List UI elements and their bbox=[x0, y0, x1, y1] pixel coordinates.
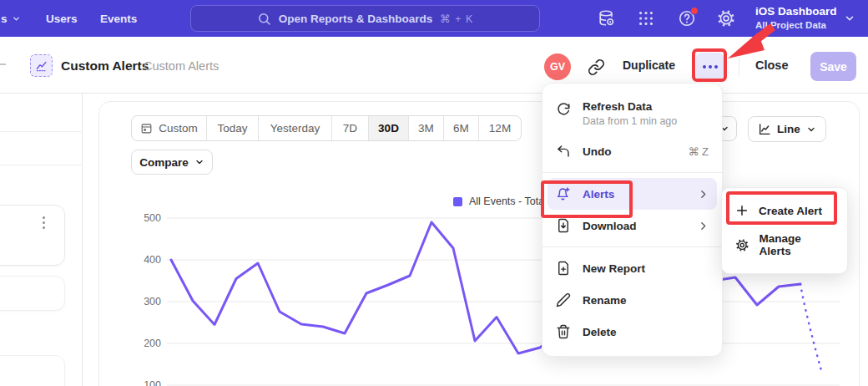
menu-item-download[interactable]: Download bbox=[542, 210, 722, 241]
kebab-menu-icon[interactable] bbox=[43, 216, 45, 229]
project-scope: All Project Data bbox=[755, 19, 837, 32]
date-range-6m[interactable]: 6M bbox=[444, 116, 479, 140]
date-range-12m[interactable]: 12M bbox=[479, 116, 521, 140]
report-header: Custom Alerts Custom Alerts GV Duplicate… bbox=[0, 37, 868, 94]
report-options-menu: Refresh Data Data from 1 min ago Undo ⌘ … bbox=[542, 83, 723, 357]
chevron-down-icon bbox=[194, 157, 204, 167]
chevron-right-icon bbox=[698, 221, 709, 231]
plus-icon bbox=[735, 204, 749, 217]
download-icon bbox=[556, 218, 571, 233]
date-range-7d[interactable]: 7D bbox=[332, 116, 369, 140]
project-switcher[interactable]: iOS Dashboard All Project Data bbox=[755, 4, 837, 32]
panel-divider bbox=[0, 165, 83, 165]
trash-icon bbox=[556, 324, 571, 339]
menu-item-new-report[interactable]: New Report bbox=[542, 252, 722, 284]
chevron-down-icon bbox=[806, 124, 816, 135]
duplicate-button[interactable]: Duplicate bbox=[623, 58, 675, 72]
nav-item-truncated[interactable]: s bbox=[1, 0, 21, 37]
help-icon[interactable] bbox=[678, 9, 696, 28]
global-search-input[interactable]: Open Reports & Dashboards ⌘ + K bbox=[190, 5, 540, 32]
collapsed-sidebar-hint bbox=[0, 63, 6, 65]
line-chart-icon bbox=[758, 123, 771, 136]
date-range-custom[interactable]: Custom bbox=[132, 116, 207, 140]
copy-link-icon[interactable] bbox=[588, 58, 605, 76]
breadcrumb: Custom Alerts bbox=[144, 59, 219, 73]
data-management-icon[interactable] bbox=[598, 9, 616, 28]
search-icon bbox=[257, 12, 271, 26]
header-divider bbox=[739, 57, 739, 77]
menu-item-delete[interactable]: Delete bbox=[542, 316, 722, 348]
search-placeholder: Open Reports & Dashboards bbox=[279, 13, 433, 25]
alerts-submenu: Create Alert Manage Alerts bbox=[721, 187, 848, 274]
menu-item-refresh-data[interactable]: Refresh Data Data from 1 min ago bbox=[542, 92, 722, 135]
undo-icon bbox=[556, 144, 571, 159]
gear-icon bbox=[735, 238, 749, 252]
submenu-item-manage-alerts[interactable]: Manage Alerts bbox=[722, 225, 847, 265]
submenu-item-create-alert[interactable]: Create Alert bbox=[722, 196, 847, 225]
refresh-freshness-text: Data from 1 min ago bbox=[583, 115, 709, 127]
menu-item-rename[interactable]: Rename bbox=[542, 284, 722, 316]
compare-button[interactable]: Compare bbox=[131, 150, 213, 175]
calendar-icon bbox=[140, 122, 153, 135]
chevron-down-icon[interactable] bbox=[844, 13, 855, 24]
report-type-icon bbox=[30, 54, 53, 77]
query-panel-strip bbox=[0, 94, 83, 386]
date-range-yesterday[interactable]: Yesterday bbox=[259, 116, 332, 140]
query-card[interactable] bbox=[0, 355, 65, 386]
apps-grid-icon[interactable] bbox=[637, 9, 655, 28]
dashboard-name: iOS Dashboard bbox=[755, 4, 837, 19]
refresh-icon bbox=[556, 102, 571, 117]
avatar[interactable]: GV bbox=[544, 53, 571, 80]
chart-legend: All Events - Total bbox=[453, 196, 547, 207]
alert-bell-icon bbox=[556, 186, 571, 201]
nav-item-users[interactable]: Users bbox=[46, 0, 78, 37]
panel-divider bbox=[0, 131, 83, 132]
page-title: Custom Alerts bbox=[61, 58, 149, 74]
settings-gear-icon[interactable] bbox=[717, 9, 735, 28]
chevron-right-icon bbox=[698, 189, 709, 200]
notification-dot bbox=[690, 7, 699, 15]
legend-swatch bbox=[453, 197, 462, 206]
date-range-today[interactable]: Today bbox=[207, 116, 259, 140]
search-shortcut: ⌘ + K bbox=[440, 13, 473, 25]
date-range-3m[interactable]: 3M bbox=[409, 116, 444, 140]
menu-divider bbox=[542, 246, 722, 247]
more-options-button[interactable] bbox=[696, 53, 724, 80]
chevron-down-icon bbox=[12, 14, 21, 23]
top-navbar: s Users Events Open Reports & Dashboards… bbox=[0, 0, 868, 37]
menu-item-alerts[interactable]: Alerts bbox=[548, 178, 717, 210]
pencil-icon bbox=[556, 292, 571, 307]
undo-shortcut: ⌘ Z bbox=[688, 145, 709, 158]
save-button[interactable]: Save bbox=[810, 52, 856, 81]
query-card[interactable] bbox=[0, 205, 65, 266]
query-card[interactable] bbox=[0, 276, 65, 311]
new-report-icon bbox=[556, 261, 571, 276]
menu-item-undo[interactable]: Undo ⌘ Z bbox=[542, 135, 722, 167]
nav-item-events[interactable]: Events bbox=[100, 0, 137, 37]
menu-divider bbox=[542, 172, 722, 173]
date-range-30d-selected[interactable]: 30D bbox=[369, 116, 409, 140]
legend-label: All Events - Total bbox=[469, 196, 547, 207]
date-range-selector: Custom Today Yesterday 7D 30D 3M 6M 12M bbox=[131, 115, 522, 141]
close-button[interactable]: Close bbox=[755, 58, 789, 72]
chart-type-selector[interactable]: Line bbox=[748, 116, 826, 142]
